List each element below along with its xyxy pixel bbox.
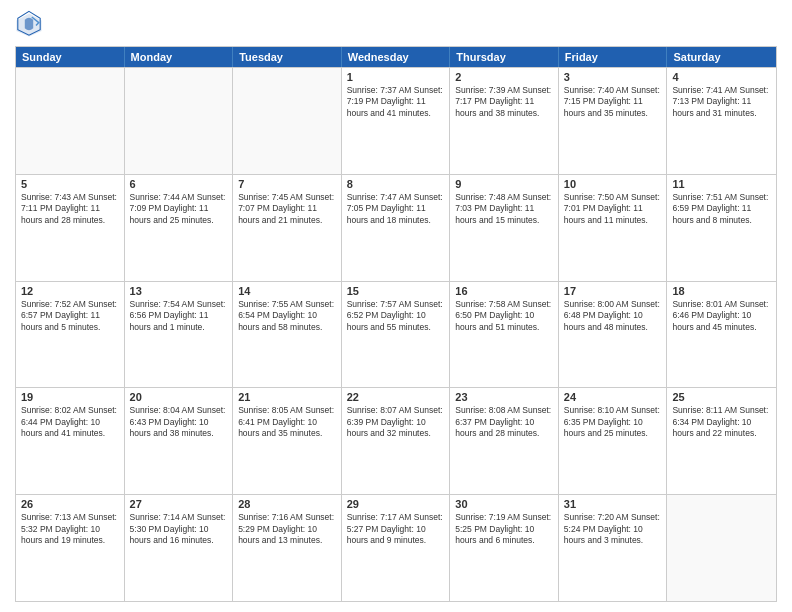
day-number: 14 xyxy=(238,285,336,297)
day-cell-12: 12Sunrise: 7:52 AM Sunset: 6:57 PM Dayli… xyxy=(16,282,125,388)
logo-icon xyxy=(15,10,43,38)
calendar: SundayMondayTuesdayWednesdayThursdayFrid… xyxy=(15,46,777,602)
header xyxy=(15,10,777,38)
page: SundayMondayTuesdayWednesdayThursdayFrid… xyxy=(0,0,792,612)
day-number: 24 xyxy=(564,391,662,403)
day-info: Sunrise: 7:43 AM Sunset: 7:11 PM Dayligh… xyxy=(21,192,119,226)
day-number: 28 xyxy=(238,498,336,510)
week-row-3: 19Sunrise: 8:02 AM Sunset: 6:44 PM Dayli… xyxy=(16,387,776,494)
day-cell-11: 11Sunrise: 7:51 AM Sunset: 6:59 PM Dayli… xyxy=(667,175,776,281)
day-info: Sunrise: 8:00 AM Sunset: 6:48 PM Dayligh… xyxy=(564,299,662,333)
day-number: 31 xyxy=(564,498,662,510)
day-info: Sunrise: 7:41 AM Sunset: 7:13 PM Dayligh… xyxy=(672,85,771,119)
day-cell-23: 23Sunrise: 8:08 AM Sunset: 6:37 PM Dayli… xyxy=(450,388,559,494)
day-cell-13: 13Sunrise: 7:54 AM Sunset: 6:56 PM Dayli… xyxy=(125,282,234,388)
day-cell-1: 1Sunrise: 7:37 AM Sunset: 7:19 PM Daylig… xyxy=(342,68,451,174)
week-row-4: 26Sunrise: 7:13 AM Sunset: 5:32 PM Dayli… xyxy=(16,494,776,601)
day-cell-7: 7Sunrise: 7:45 AM Sunset: 7:07 PM Daylig… xyxy=(233,175,342,281)
day-info: Sunrise: 7:14 AM Sunset: 5:30 PM Dayligh… xyxy=(130,512,228,546)
day-info: Sunrise: 7:57 AM Sunset: 6:52 PM Dayligh… xyxy=(347,299,445,333)
day-cell-8: 8Sunrise: 7:47 AM Sunset: 7:05 PM Daylig… xyxy=(342,175,451,281)
day-number: 21 xyxy=(238,391,336,403)
day-number: 10 xyxy=(564,178,662,190)
day-number: 5 xyxy=(21,178,119,190)
day-header-tuesday: Tuesday xyxy=(233,47,342,67)
day-info: Sunrise: 8:01 AM Sunset: 6:46 PM Dayligh… xyxy=(672,299,771,333)
day-number: 17 xyxy=(564,285,662,297)
day-info: Sunrise: 8:02 AM Sunset: 6:44 PM Dayligh… xyxy=(21,405,119,439)
day-number: 20 xyxy=(130,391,228,403)
day-info: Sunrise: 7:44 AM Sunset: 7:09 PM Dayligh… xyxy=(130,192,228,226)
day-cell-27: 27Sunrise: 7:14 AM Sunset: 5:30 PM Dayli… xyxy=(125,495,234,601)
day-cell-2: 2Sunrise: 7:39 AM Sunset: 7:17 PM Daylig… xyxy=(450,68,559,174)
day-cell-6: 6Sunrise: 7:44 AM Sunset: 7:09 PM Daylig… xyxy=(125,175,234,281)
day-cell-24: 24Sunrise: 8:10 AM Sunset: 6:35 PM Dayli… xyxy=(559,388,668,494)
week-row-1: 5Sunrise: 7:43 AM Sunset: 7:11 PM Daylig… xyxy=(16,174,776,281)
day-number: 26 xyxy=(21,498,119,510)
day-cell-22: 22Sunrise: 8:07 AM Sunset: 6:39 PM Dayli… xyxy=(342,388,451,494)
day-info: Sunrise: 7:20 AM Sunset: 5:24 PM Dayligh… xyxy=(564,512,662,546)
day-info: Sunrise: 7:17 AM Sunset: 5:27 PM Dayligh… xyxy=(347,512,445,546)
day-header-friday: Friday xyxy=(559,47,668,67)
day-cell-17: 17Sunrise: 8:00 AM Sunset: 6:48 PM Dayli… xyxy=(559,282,668,388)
logo xyxy=(15,10,47,38)
day-number: 18 xyxy=(672,285,771,297)
day-number: 4 xyxy=(672,71,771,83)
day-info: Sunrise: 8:04 AM Sunset: 6:43 PM Dayligh… xyxy=(130,405,228,439)
day-cell-25: 25Sunrise: 8:11 AM Sunset: 6:34 PM Dayli… xyxy=(667,388,776,494)
day-cell-empty xyxy=(16,68,125,174)
day-number: 16 xyxy=(455,285,553,297)
day-number: 15 xyxy=(347,285,445,297)
day-number: 25 xyxy=(672,391,771,403)
day-info: Sunrise: 7:55 AM Sunset: 6:54 PM Dayligh… xyxy=(238,299,336,333)
day-info: Sunrise: 7:48 AM Sunset: 7:03 PM Dayligh… xyxy=(455,192,553,226)
day-info: Sunrise: 8:05 AM Sunset: 6:41 PM Dayligh… xyxy=(238,405,336,439)
day-cell-empty xyxy=(233,68,342,174)
day-info: Sunrise: 7:19 AM Sunset: 5:25 PM Dayligh… xyxy=(455,512,553,546)
day-info: Sunrise: 7:52 AM Sunset: 6:57 PM Dayligh… xyxy=(21,299,119,333)
day-cell-16: 16Sunrise: 7:58 AM Sunset: 6:50 PM Dayli… xyxy=(450,282,559,388)
day-number: 22 xyxy=(347,391,445,403)
day-header-wednesday: Wednesday xyxy=(342,47,451,67)
day-cell-empty xyxy=(125,68,234,174)
day-info: Sunrise: 7:50 AM Sunset: 7:01 PM Dayligh… xyxy=(564,192,662,226)
day-info: Sunrise: 8:07 AM Sunset: 6:39 PM Dayligh… xyxy=(347,405,445,439)
day-info: Sunrise: 7:58 AM Sunset: 6:50 PM Dayligh… xyxy=(455,299,553,333)
day-number: 11 xyxy=(672,178,771,190)
day-cell-21: 21Sunrise: 8:05 AM Sunset: 6:41 PM Dayli… xyxy=(233,388,342,494)
day-number: 1 xyxy=(347,71,445,83)
day-info: Sunrise: 7:16 AM Sunset: 5:29 PM Dayligh… xyxy=(238,512,336,546)
day-header-saturday: Saturday xyxy=(667,47,776,67)
day-info: Sunrise: 7:45 AM Sunset: 7:07 PM Dayligh… xyxy=(238,192,336,226)
day-header-sunday: Sunday xyxy=(16,47,125,67)
day-number: 6 xyxy=(130,178,228,190)
day-cell-28: 28Sunrise: 7:16 AM Sunset: 5:29 PM Dayli… xyxy=(233,495,342,601)
day-cell-20: 20Sunrise: 8:04 AM Sunset: 6:43 PM Dayli… xyxy=(125,388,234,494)
day-cell-31: 31Sunrise: 7:20 AM Sunset: 5:24 PM Dayli… xyxy=(559,495,668,601)
day-cell-30: 30Sunrise: 7:19 AM Sunset: 5:25 PM Dayli… xyxy=(450,495,559,601)
day-number: 9 xyxy=(455,178,553,190)
day-number: 30 xyxy=(455,498,553,510)
week-row-2: 12Sunrise: 7:52 AM Sunset: 6:57 PM Dayli… xyxy=(16,281,776,388)
day-number: 3 xyxy=(564,71,662,83)
day-number: 29 xyxy=(347,498,445,510)
day-number: 2 xyxy=(455,71,553,83)
day-info: Sunrise: 8:10 AM Sunset: 6:35 PM Dayligh… xyxy=(564,405,662,439)
day-cell-9: 9Sunrise: 7:48 AM Sunset: 7:03 PM Daylig… xyxy=(450,175,559,281)
day-cell-10: 10Sunrise: 7:50 AM Sunset: 7:01 PM Dayli… xyxy=(559,175,668,281)
day-number: 7 xyxy=(238,178,336,190)
day-header-thursday: Thursday xyxy=(450,47,559,67)
day-cell-3: 3Sunrise: 7:40 AM Sunset: 7:15 PM Daylig… xyxy=(559,68,668,174)
day-number: 23 xyxy=(455,391,553,403)
calendar-header: SundayMondayTuesdayWednesdayThursdayFrid… xyxy=(16,47,776,67)
day-cell-14: 14Sunrise: 7:55 AM Sunset: 6:54 PM Dayli… xyxy=(233,282,342,388)
day-number: 13 xyxy=(130,285,228,297)
day-info: Sunrise: 8:11 AM Sunset: 6:34 PM Dayligh… xyxy=(672,405,771,439)
week-row-0: 1Sunrise: 7:37 AM Sunset: 7:19 PM Daylig… xyxy=(16,67,776,174)
day-number: 27 xyxy=(130,498,228,510)
day-cell-18: 18Sunrise: 8:01 AM Sunset: 6:46 PM Dayli… xyxy=(667,282,776,388)
day-header-monday: Monday xyxy=(125,47,234,67)
day-info: Sunrise: 8:08 AM Sunset: 6:37 PM Dayligh… xyxy=(455,405,553,439)
day-number: 12 xyxy=(21,285,119,297)
day-info: Sunrise: 7:51 AM Sunset: 6:59 PM Dayligh… xyxy=(672,192,771,226)
